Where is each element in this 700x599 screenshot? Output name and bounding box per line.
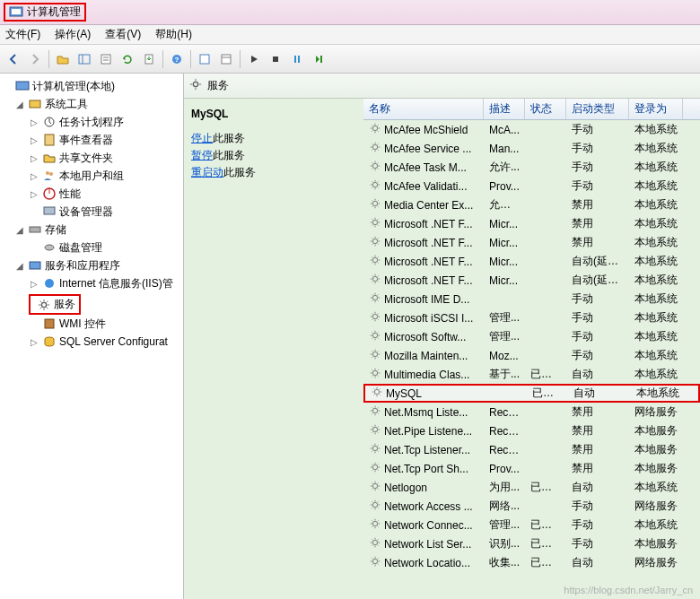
tree-shared-folders[interactable]: ▷共享文件夹 (0, 149, 183, 167)
svg-point-57 (372, 559, 377, 563)
svg-rect-4 (101, 55, 110, 64)
svg-rect-14 (294, 56, 296, 63)
help-button[interactable]: ? (167, 49, 187, 69)
back-button[interactable] (4, 49, 23, 69)
table-row[interactable]: Network Locatio...收集...已启动自动网络服务 (363, 553, 700, 572)
start-service-button[interactable] (244, 49, 264, 69)
table-row[interactable]: Network Connec...管理...已启动手动本地系统 (363, 516, 700, 534)
svg-rect-17 (16, 82, 29, 90)
table-row[interactable]: Multimedia Clas...基于...已启动自动本地系统 (363, 365, 700, 384)
svg-point-50 (372, 427, 377, 431)
table-row[interactable]: MySQL已启动自动本地系统 (363, 384, 700, 403)
menu-action[interactable]: 操作(A) (55, 27, 91, 42)
table-row[interactable]: Microsoft .NET F...Micr...禁用本地系统 (363, 233, 700, 252)
tree-disk-management[interactable]: 磁盘管理 (0, 239, 183, 256)
menu-help[interactable]: 帮助(H) (155, 27, 192, 42)
table-row[interactable]: Net.Pipe Listene...Rece...禁用本地服务 (363, 421, 700, 440)
table-row[interactable]: Microsoft iSCSI I...管理...手动本地系统 (363, 308, 700, 327)
svg-rect-18 (30, 100, 40, 108)
service-icon (369, 367, 381, 382)
service-icon (369, 273, 381, 288)
forward-button[interactable] (25, 49, 45, 69)
tree-sqlconfig[interactable]: ▷SQL Server Configurat (0, 333, 183, 351)
menubar: 文件(F) 操作(A) 查看(V) 帮助(H) (0, 25, 700, 45)
stop-link[interactable]: 停止 (191, 132, 213, 144)
tree-local-users[interactable]: ▷本地用户和组 (0, 167, 183, 185)
col-logon[interactable]: 登录为 (629, 99, 683, 119)
pause-service-button[interactable] (287, 49, 307, 69)
table-row[interactable]: Netlogon为用...已启动自动本地系统 (363, 478, 700, 497)
table-row[interactable]: Microsoft IME D...手动本地系统 (363, 290, 700, 308)
detail-button[interactable] (216, 49, 236, 69)
menu-file[interactable]: 文件(F) (5, 27, 40, 42)
tree-systools[interactable]: ◢系统工具 (0, 95, 183, 113)
refresh-button[interactable] (118, 49, 137, 69)
svg-point-46 (372, 352, 377, 356)
table-row[interactable]: Microsoft Softw...管理...手动本地系统 (363, 327, 700, 346)
panel-button[interactable] (74, 49, 94, 69)
svg-rect-13 (273, 56, 278, 62)
tree-iis[interactable]: ▷Internet 信息服务(IIS)管 (0, 274, 183, 292)
table-row[interactable]: Network List Ser...识别...已启动手动本地服务 (363, 534, 700, 553)
table-row[interactable]: Net.Tcp Listener...Rece...禁用本地服务 (363, 440, 700, 459)
properties-button[interactable] (96, 49, 116, 69)
restart-link[interactable]: 重启动 (191, 166, 223, 178)
service-icon (371, 386, 383, 401)
tree-device-manager[interactable]: 设备管理器 (0, 203, 183, 221)
tree-wmi[interactable]: WMI 控件 (0, 315, 183, 333)
table-row[interactable]: McAfee Service ...Man...手动本地系统 (363, 139, 700, 158)
service-icon (369, 536, 381, 551)
svg-point-37 (372, 182, 377, 187)
svg-point-27 (45, 245, 54, 250)
col-start[interactable]: 启动类型 (566, 99, 629, 119)
svg-rect-16 (320, 56, 322, 63)
table-row[interactable]: McAfee Validati...Prov...手动本地系统 (363, 177, 700, 195)
restart-service-button[interactable] (309, 49, 328, 69)
menu-view[interactable]: 查看(V) (105, 27, 141, 42)
stop-service-button[interactable] (266, 49, 285, 69)
table-row[interactable]: Net.Tcp Port Sh...Prov...禁用本地服务 (363, 459, 700, 478)
svg-point-41 (372, 257, 377, 262)
svg-point-52 (372, 464, 377, 469)
service-icon (369, 141, 381, 156)
grid-rows[interactable]: McAfee McShieldMcA...手动本地系统McAfee Servic… (363, 120, 700, 599)
svg-rect-11 (222, 55, 231, 64)
table-row[interactable]: Microsoft .NET F...Micr...自动(延迟...本地系统 (363, 252, 700, 271)
table-row[interactable]: Media Center Ex...允许 ...禁用本地系统 (363, 195, 700, 214)
folder-button[interactable] (53, 49, 73, 69)
table-row[interactable]: McAfee Task M...允许...手动本地系统 (363, 158, 700, 177)
tree-storage[interactable]: ◢存储 (0, 221, 183, 239)
service-icon (369, 178, 381, 194)
service-icon (369, 197, 381, 213)
table-row[interactable]: Microsoft .NET F...Micr...自动(延迟...本地系统 (363, 271, 700, 290)
tree-apps[interactable]: ◢服务和应用程序 (0, 256, 183, 274)
col-name[interactable]: 名称 (363, 99, 484, 119)
svg-rect-1 (12, 9, 21, 14)
svg-point-54 (372, 502, 377, 507)
svg-point-47 (372, 370, 377, 375)
tree-performance[interactable]: ▷性能 (0, 185, 183, 203)
table-row[interactable]: Net.Msmq Liste...Rece...禁用网络服务 (363, 403, 700, 421)
tree-event-viewer[interactable]: ▷事件查看器 (0, 131, 183, 149)
service-icon (369, 216, 381, 231)
svg-text:?: ? (175, 56, 179, 64)
col-desc[interactable]: 描述 (484, 99, 525, 119)
prop-page-button[interactable] (195, 49, 214, 69)
svg-point-43 (372, 295, 377, 300)
svg-rect-15 (298, 56, 300, 63)
col-status[interactable]: 状态 (525, 99, 566, 119)
table-row[interactable]: Microsoft .NET F...Micr...禁用本地系统 (363, 214, 700, 233)
table-row[interactable]: Network Access ...网络...手动网络服务 (363, 497, 700, 516)
export-button[interactable] (139, 49, 159, 69)
pause-link[interactable]: 暂停 (191, 149, 213, 161)
tree-root[interactable]: 计算机管理(本地) (0, 77, 183, 95)
content-header: 服务 (184, 74, 700, 99)
table-row[interactable]: McAfee McShieldMcA...手动本地系统 (363, 120, 700, 139)
tree-services[interactable]: 服务 (54, 297, 75, 312)
tree-task-scheduler[interactable]: ▷任务计划程序 (0, 113, 183, 131)
tree-pane[interactable]: 计算机管理(本地) ◢系统工具 ▷任务计划程序 ▷事件查看器 ▷共享文件夹 ▷本… (0, 74, 184, 599)
service-icon (369, 348, 381, 363)
gear-icon (37, 298, 51, 312)
service-icon (369, 160, 381, 175)
table-row[interactable]: Mozilla Mainten...Moz...手动本地系统 (363, 346, 700, 365)
